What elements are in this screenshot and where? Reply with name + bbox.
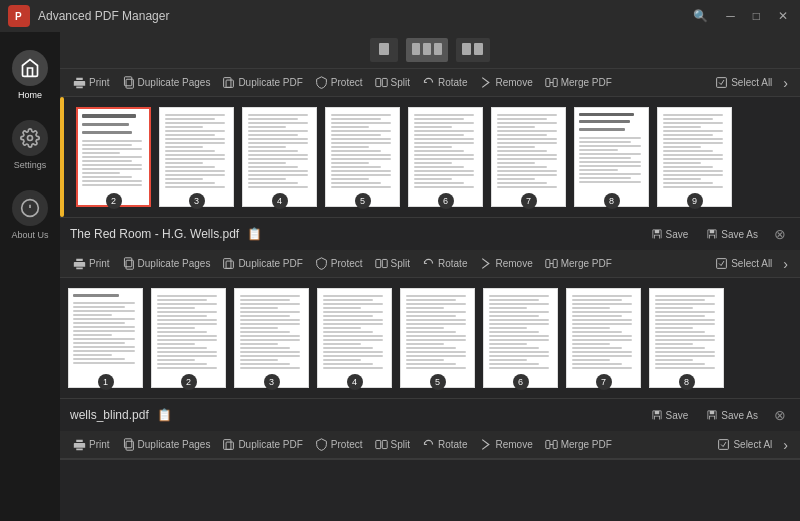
- app-icon: P: [8, 5, 30, 27]
- svg-rect-33: [226, 442, 233, 449]
- duplicate-pages-btn-3[interactable]: Duplicate Pages: [117, 435, 216, 454]
- pages-scroll-2[interactable]: 1 2 3: [60, 278, 800, 398]
- sidebar: Home Settings About Us: [0, 32, 60, 521]
- svg-rect-23: [224, 259, 231, 269]
- select-all-btn-1[interactable]: Select All: [710, 73, 777, 92]
- page-thumb-2-8[interactable]: 8: [649, 288, 724, 388]
- page-number-1-2: 3: [189, 193, 205, 209]
- sidebar-item-home[interactable]: Home: [0, 40, 60, 110]
- page-number-2-8: 8: [679, 374, 695, 390]
- protect-btn-1[interactable]: Protect: [310, 73, 368, 92]
- svg-rect-17: [382, 78, 387, 86]
- protect-btn-2[interactable]: Protect: [310, 254, 368, 273]
- thumb-inner: [151, 288, 226, 388]
- svg-rect-18: [546, 78, 550, 86]
- split-btn-3[interactable]: Split: [370, 435, 415, 454]
- search-icon[interactable]: 🔍: [689, 9, 712, 23]
- file-edit-icon-3[interactable]: 📋: [157, 408, 172, 422]
- grid-view-btn[interactable]: [406, 38, 448, 62]
- duplicate-pdf-btn-2[interactable]: Duplicate PDF: [217, 254, 307, 273]
- page-thumb-2-2[interactable]: 2: [151, 288, 226, 388]
- page-thumb-1-5[interactable]: 6: [408, 107, 483, 207]
- file-header-2: The Red Room - H.G. Wells.pdf 📋 Save Sav…: [60, 218, 800, 250]
- toolbar-more-3[interactable]: ›: [779, 437, 792, 453]
- minimize-button[interactable]: ─: [722, 9, 739, 23]
- save-as-btn-2[interactable]: Save As: [700, 225, 764, 243]
- rotate-btn-3[interactable]: Rotate: [417, 435, 472, 454]
- duplicate-pages-btn-1[interactable]: Duplicate Pages: [117, 73, 216, 92]
- split-btn-1[interactable]: Split: [370, 73, 415, 92]
- close-button[interactable]: ✕: [774, 9, 792, 23]
- file-actions-3: Save Save As ⊗: [645, 405, 791, 425]
- thumb-inner: [317, 288, 392, 388]
- print-btn-2[interactable]: Print: [68, 254, 115, 273]
- thumb-inner: [574, 107, 649, 207]
- page-thumb-1-2[interactable]: 3: [159, 107, 234, 207]
- sidebar-item-about[interactable]: About Us: [0, 180, 60, 250]
- home-icon-bg: [12, 50, 48, 86]
- close-file-btn-3[interactable]: ⊗: [770, 405, 790, 425]
- toolbar-more-1[interactable]: ›: [779, 75, 792, 91]
- page-thumb-1-7[interactable]: 8: [574, 107, 649, 207]
- rotate-btn-2[interactable]: Rotate: [417, 254, 472, 273]
- toolbar-3: Print Duplicate Pages Duplicate PDF Prot…: [60, 431, 800, 459]
- select-all-btn-2[interactable]: Select All: [710, 254, 777, 273]
- duplicate-pdf-btn-1[interactable]: Duplicate PDF: [217, 73, 307, 92]
- save-btn-3[interactable]: Save: [645, 406, 695, 424]
- yellow-marker: [60, 97, 64, 217]
- page-thumb-1-6[interactable]: 7: [491, 107, 566, 207]
- remove-btn-3[interactable]: Remove: [474, 435, 537, 454]
- duplicate-pages-btn-2[interactable]: Duplicate Pages: [117, 254, 216, 273]
- file-actions-2: Save Save As ⊗: [645, 224, 791, 244]
- two-view-btn[interactable]: [456, 38, 490, 62]
- save-btn-2[interactable]: Save: [645, 225, 695, 243]
- page-thumb-1-1[interactable]: 2: [76, 107, 151, 207]
- protect-btn-3[interactable]: Protect: [310, 435, 368, 454]
- maximize-button[interactable]: □: [749, 9, 764, 23]
- close-file-btn-2[interactable]: ⊗: [770, 224, 790, 244]
- svg-rect-12: [124, 77, 131, 86]
- page-number-2-7: 7: [596, 374, 612, 390]
- svg-rect-34: [375, 440, 380, 448]
- thumb-inner: [408, 107, 483, 207]
- merge-pdf-btn-3[interactable]: Merge PDF: [540, 435, 617, 454]
- thumb-inner: [234, 288, 309, 388]
- page-thumb-2-7[interactable]: 7: [566, 288, 641, 388]
- remove-btn-1[interactable]: Remove: [474, 73, 537, 92]
- svg-rect-20: [717, 78, 727, 88]
- page-thumb-2-4[interactable]: 4: [317, 288, 392, 388]
- page-thumb-2-3[interactable]: 3: [234, 288, 309, 388]
- svg-rect-25: [375, 259, 380, 267]
- page-thumb-2-5[interactable]: 5: [400, 288, 475, 388]
- merge-pdf-btn-2[interactable]: Merge PDF: [540, 254, 617, 273]
- remove-btn-2[interactable]: Remove: [474, 254, 537, 273]
- page-thumb-2-1[interactable]: 1: [68, 288, 143, 388]
- page-thumb-2-6[interactable]: 6: [483, 288, 558, 388]
- pdf-section-3: wells_blind.pdf 📋 Save Save As ⊗: [60, 399, 800, 460]
- page-number-1-8: 9: [687, 193, 703, 209]
- page-number-2-4: 4: [347, 374, 363, 390]
- svg-rect-7: [412, 43, 420, 55]
- merge-pdf-btn-1[interactable]: Merge PDF: [540, 73, 617, 92]
- single-view-btn[interactable]: [370, 38, 398, 62]
- svg-rect-8: [423, 43, 431, 55]
- file-edit-icon-2[interactable]: 📋: [247, 227, 262, 241]
- save-as-btn-3[interactable]: Save As: [700, 406, 764, 424]
- pdf-section-1: Print Duplicate Pages Duplicate PDF Prot…: [60, 69, 800, 218]
- split-btn-2[interactable]: Split: [370, 254, 415, 273]
- svg-rect-32: [224, 440, 231, 450]
- page-thumb-1-3[interactable]: 4: [242, 107, 317, 207]
- print-btn-3[interactable]: Print: [68, 435, 115, 454]
- pages-scroll-1[interactable]: 2 3 4: [68, 97, 740, 217]
- page-thumb-1-8[interactable]: 9: [657, 107, 732, 207]
- rotate-btn-1[interactable]: Rotate: [417, 73, 472, 92]
- main-layout: Home Settings About Us: [0, 32, 800, 521]
- toolbar-more-2[interactable]: ›: [779, 256, 792, 272]
- sidebar-item-settings[interactable]: Settings: [0, 110, 60, 180]
- page-thumb-1-4[interactable]: 5: [325, 107, 400, 207]
- page-number-1-5: 6: [438, 193, 454, 209]
- print-btn-1[interactable]: Print: [68, 73, 115, 92]
- svg-rect-38: [719, 440, 729, 450]
- duplicate-pdf-btn-3[interactable]: Duplicate PDF: [217, 435, 307, 454]
- select-all-btn-3[interactable]: Select Al: [712, 435, 777, 454]
